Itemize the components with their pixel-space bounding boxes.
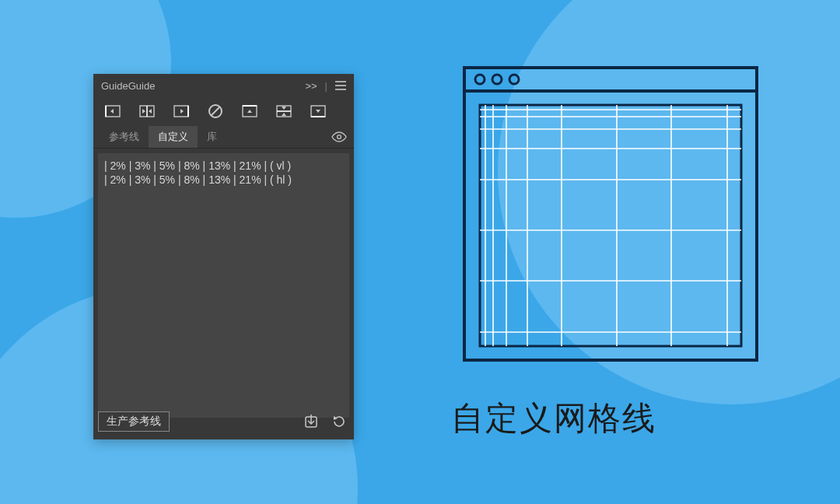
svg-marker-5 — [110, 109, 114, 114]
align-vertical-center-button[interactable] — [271, 100, 297, 122]
illustration-caption: 自定义网格线 — [451, 397, 656, 440]
visibility-toggle-icon[interactable] — [331, 128, 348, 145]
panel-titlebar: GuideGuide >> | — [93, 74, 354, 97]
align-top-edge-button[interactable] — [236, 100, 263, 122]
panel-title: GuideGuide — [101, 80, 305, 92]
svg-point-25 — [338, 135, 341, 138]
svg-line-14 — [212, 107, 220, 116]
svg-rect-34 — [480, 105, 741, 346]
guideguide-panel: GuideGuide >> | 参考 — [93, 74, 354, 439]
svg-marker-17 — [247, 110, 252, 113]
panel-menu-icon[interactable] — [335, 81, 346, 90]
clear-guides-button[interactable] — [202, 100, 229, 122]
tab-reference-lines[interactable]: 参考线 — [100, 126, 149, 148]
svg-point-31 — [475, 75, 485, 84]
collapse-button[interactable]: >> — [305, 80, 317, 92]
svg-marker-21 — [282, 113, 286, 116]
grid-spec-line-vertical: | 2% | 3% | 5% | 8% | 13% | 21% | ( vl ) — [104, 159, 343, 173]
panel-footer: 生产参考线 — [98, 410, 349, 433]
svg-marker-8 — [142, 109, 145, 114]
align-bottom-edge-button[interactable] — [305, 100, 331, 122]
svg-marker-20 — [282, 107, 286, 110]
custom-grid-spec-area[interactable]: | 2% | 3% | 5% | 8% | 13% | 21% | ( vl )… — [98, 153, 349, 418]
svg-marker-9 — [149, 109, 152, 114]
svg-rect-29 — [464, 68, 757, 360]
align-right-edge-button[interactable] — [168, 100, 194, 122]
grid-illustration — [463, 66, 758, 362]
refresh-icon[interactable] — [329, 411, 349, 432]
panel-tabs: 参考线 自定义 库 — [93, 125, 354, 149]
tab-custom[interactable]: 自定义 — [149, 126, 198, 148]
svg-point-32 — [492, 75, 502, 84]
tab-library[interactable]: 库 — [198, 126, 226, 148]
divider: | — [325, 80, 327, 92]
svg-marker-24 — [316, 110, 320, 113]
svg-point-33 — [509, 75, 519, 84]
align-left-edge-button[interactable] — [100, 100, 126, 122]
generate-guides-button[interactable]: 生产参考线 — [98, 411, 170, 432]
align-horizontal-center-button[interactable] — [134, 100, 160, 122]
grid-spec-line-horizontal: | 2% | 3% | 5% | 8% | 13% | 21% | ( hl ) — [104, 173, 343, 187]
alignment-toolbar — [93, 97, 354, 125]
save-set-icon[interactable] — [301, 411, 321, 432]
svg-marker-12 — [180, 109, 184, 114]
